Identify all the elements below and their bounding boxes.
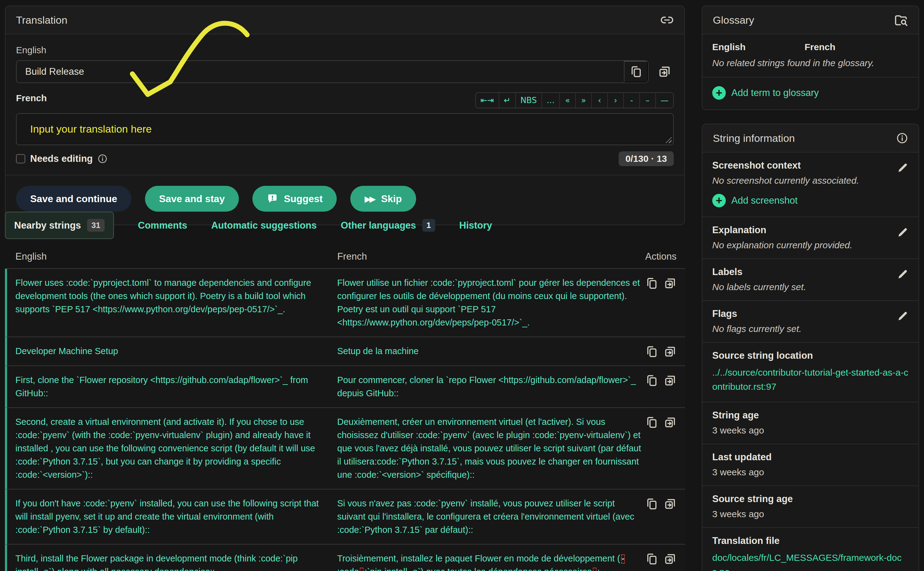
row-clone-button[interactable] bbox=[664, 277, 677, 290]
row-copy-button[interactable] bbox=[645, 497, 658, 511]
nearby-strings-table: English French Actions Flower uses :code… bbox=[5, 251, 685, 571]
row-copy-button[interactable] bbox=[645, 345, 658, 358]
table-row[interactable]: Second, create a virtual environment (an… bbox=[5, 408, 685, 489]
row-clone-button[interactable] bbox=[664, 345, 677, 358]
needs-editing-checkbox[interactable] bbox=[16, 154, 25, 164]
toolbar-char-button-4[interactable]: « bbox=[559, 93, 575, 108]
skip-button[interactable]: ▶▶ Skip bbox=[350, 186, 416, 211]
last-updated-value: 3 weeks ago bbox=[712, 467, 909, 477]
toolbar-char-button-9[interactable]: – bbox=[639, 93, 655, 108]
string-info-help-button[interactable] bbox=[896, 132, 908, 144]
toolbar-char-button-10[interactable]: — bbox=[655, 93, 673, 108]
toolbar-char-button-3[interactable]: … bbox=[541, 93, 559, 108]
tab-comments[interactable]: Comments bbox=[138, 220, 187, 231]
suggest-button[interactable]: Suggest bbox=[252, 186, 337, 211]
source-location-section: Source string location ../../source/cont… bbox=[702, 343, 918, 403]
edit-labels-button[interactable] bbox=[897, 268, 909, 280]
toolbar-char-button-2[interactable]: NBS bbox=[515, 93, 541, 108]
pencil-icon bbox=[897, 161, 909, 173]
glossary-title: Glossary bbox=[713, 14, 754, 26]
whitespace-warning-mark bbox=[360, 568, 363, 571]
row-french-text: Setup de la machine bbox=[337, 344, 645, 358]
toolbar-char-button-1[interactable]: ↵ bbox=[499, 93, 515, 108]
tab-history[interactable]: History bbox=[459, 220, 492, 231]
glossary-empty-message: No related strings found in the glossary… bbox=[702, 54, 918, 77]
tab-other-languages[interactable]: Other languages1 bbox=[341, 219, 435, 231]
tab-badge: 31 bbox=[87, 219, 105, 231]
save-and-stay-button[interactable]: Save and stay bbox=[145, 186, 239, 211]
skip-icon: ▶▶ bbox=[365, 194, 374, 204]
suggest-bubble-icon bbox=[267, 193, 278, 205]
toolbar-char-button-0[interactable]: ⇤⇥ bbox=[476, 93, 499, 108]
browse-glossary-button[interactable] bbox=[894, 13, 908, 27]
row-clone-button[interactable] bbox=[664, 497, 677, 511]
table-row[interactable]: Flower uses :code:`pyproject.toml` to ma… bbox=[5, 269, 685, 337]
row-english-text: Flower uses :code:`pyproject.toml` to ma… bbox=[15, 276, 322, 329]
add-term-to-glossary-link[interactable]: + Add term to glossary bbox=[702, 77, 918, 110]
tab-automatic-suggestions[interactable]: Automatic suggestions bbox=[211, 220, 317, 231]
tab-nearby-strings[interactable]: Nearby strings31 bbox=[5, 211, 114, 239]
string-information-header: String information bbox=[702, 124, 918, 153]
string-age-title: String age bbox=[712, 410, 909, 421]
row-clone-button[interactable] bbox=[664, 552, 677, 565]
permalink-button[interactable] bbox=[660, 13, 674, 27]
plus-circle-icon: + bbox=[712, 86, 726, 100]
clone-to-translation-button[interactable] bbox=[655, 65, 674, 79]
link-icon bbox=[660, 13, 674, 27]
edit-screenshot-button[interactable] bbox=[897, 161, 909, 173]
source-language-label: English bbox=[16, 45, 674, 56]
textarea-resize-handle[interactable] bbox=[666, 137, 672, 143]
translation-panel: Translation English Build Release bbox=[5, 6, 685, 225]
row-english-text: Second, create a virtual environment (an… bbox=[15, 415, 322, 481]
source-location-link[interactable]: ../../source/contributor-tutorial-get-st… bbox=[712, 366, 909, 394]
table-row[interactable]: First, clone the `Flower repository <htt… bbox=[5, 366, 685, 408]
needs-editing-control[interactable]: Needs editing bbox=[16, 153, 107, 164]
info-icon[interactable] bbox=[97, 154, 107, 164]
save-and-continue-button[interactable]: Save and continue bbox=[16, 186, 131, 211]
add-screenshot-label: Add screenshot bbox=[731, 195, 797, 206]
copy-to-translation-icon bbox=[664, 277, 677, 290]
last-updated-title: Last updated bbox=[712, 452, 909, 463]
row-english-text: First, clone the `Flower repository <htt… bbox=[15, 373, 322, 400]
toolbar-char-button-7[interactable]: › bbox=[607, 93, 623, 108]
suggest-label: Suggest bbox=[284, 193, 323, 205]
translation-textarea[interactable]: Input your translation here bbox=[16, 113, 674, 145]
needs-editing-label: Needs editing bbox=[30, 153, 93, 164]
row-copy-button[interactable] bbox=[645, 552, 658, 565]
row-actions bbox=[645, 276, 677, 329]
whitespace-warning-mark bbox=[593, 568, 596, 571]
copy-to-translation-icon bbox=[664, 416, 677, 429]
translation-file-title: Translation file bbox=[712, 536, 909, 546]
folder-search-icon bbox=[894, 13, 908, 27]
translation-file-link[interactable]: doc/locales/fr/LC_MESSAGES/framework-doc… bbox=[712, 551, 909, 571]
copy-icon bbox=[645, 345, 658, 358]
skip-label: Skip bbox=[381, 193, 402, 205]
edit-flags-button[interactable] bbox=[897, 310, 909, 322]
copy-to-translation-icon bbox=[664, 497, 677, 511]
tab-label: History bbox=[459, 220, 492, 231]
source-age-section: Source string age 3 weeks ago bbox=[702, 486, 918, 528]
toolbar-char-button-6[interactable]: ‹ bbox=[591, 93, 607, 108]
screenshot-empty-message: No screenshot currently associated. bbox=[712, 175, 909, 186]
toolbar-char-button-5[interactable]: » bbox=[575, 93, 591, 108]
row-copy-button[interactable] bbox=[645, 374, 658, 387]
row-copy-button[interactable] bbox=[645, 277, 658, 290]
glossary-column-french: French bbox=[805, 42, 897, 52]
table-row[interactable]: Developer Machine Setup Setup de la mach… bbox=[5, 337, 685, 366]
pencil-icon bbox=[897, 310, 909, 322]
add-screenshot-link[interactable]: + Add screenshot bbox=[712, 186, 909, 208]
toolbar-char-button-8[interactable]: - bbox=[623, 93, 639, 108]
row-clone-button[interactable] bbox=[664, 374, 677, 387]
table-row[interactable]: Third, install the Flower package in dev… bbox=[5, 545, 685, 571]
table-row[interactable]: If you don't have :code:`pyenv` installe… bbox=[5, 489, 685, 545]
row-copy-button[interactable] bbox=[645, 416, 658, 429]
explanation-title: Explanation bbox=[712, 225, 909, 236]
copy-source-button[interactable] bbox=[624, 61, 648, 82]
row-actions bbox=[645, 415, 677, 481]
row-clone-button[interactable] bbox=[664, 416, 677, 429]
flags-title: Flags bbox=[712, 308, 909, 319]
copy-icon bbox=[645, 497, 658, 511]
row-english-text: Developer Machine Setup bbox=[15, 344, 322, 358]
edit-explanation-button[interactable] bbox=[897, 226, 909, 238]
source-string-text: Build Release bbox=[17, 61, 624, 82]
